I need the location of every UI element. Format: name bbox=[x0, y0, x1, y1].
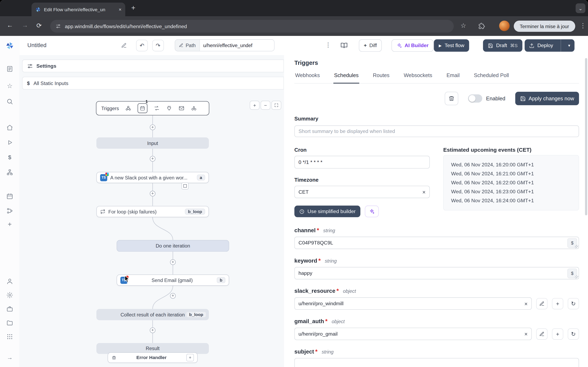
collect-node[interactable]: Collect result of each iteration b_loop bbox=[96, 309, 209, 320]
sidebar-item-home[interactable] bbox=[0, 124, 20, 131]
path-input[interactable] bbox=[200, 40, 274, 51]
browser-menu-kebab-icon[interactable]: ⋮ bbox=[580, 22, 586, 30]
windmill-logo[interactable] bbox=[0, 42, 20, 50]
ai-builder-button[interactable]: AI Builder bbox=[392, 39, 433, 52]
refresh-resource-button[interactable]: ↻ bbox=[568, 328, 579, 340]
enabled-toggle[interactable] bbox=[468, 94, 483, 103]
iteration-node[interactable]: Do one iteration bbox=[117, 240, 229, 252]
slack-resource-clear-icon[interactable]: × bbox=[524, 300, 527, 307]
keyword-input[interactable] bbox=[294, 267, 579, 280]
extensions-puzzle-icon[interactable] bbox=[479, 23, 485, 29]
insert-step-button[interactable]: + bbox=[150, 156, 156, 162]
draft-button[interactable]: Draft ⌘S bbox=[483, 39, 522, 52]
edit-resource-button[interactable] bbox=[536, 328, 548, 340]
undo-button[interactable]: ↶ bbox=[136, 40, 148, 51]
sidebar-item-folders[interactable] bbox=[0, 319, 20, 326]
summary-input[interactable] bbox=[294, 125, 579, 137]
reload-button[interactable]: ⟳ bbox=[36, 22, 42, 30]
diff-button[interactable]: + Diff bbox=[359, 39, 382, 52]
websocket-trigger-icon[interactable] bbox=[166, 105, 172, 111]
deploy-button[interactable]: Deploy bbox=[525, 43, 558, 48]
sidebar-item-account[interactable] bbox=[0, 278, 20, 285]
resize-handle[interactable] bbox=[575, 245, 579, 248]
timezone-input[interactable] bbox=[294, 186, 430, 198]
insert-step-button[interactable]: + bbox=[150, 327, 156, 333]
insert-step-button[interactable]: + bbox=[170, 293, 176, 299]
forward-button[interactable]: → bbox=[22, 22, 28, 29]
add-resource-button[interactable]: + bbox=[552, 328, 563, 340]
tab-email[interactable]: Email bbox=[446, 72, 460, 83]
cron-input[interactable] bbox=[294, 156, 430, 168]
timezone-clear-icon[interactable]: × bbox=[423, 189, 426, 195]
email-step-node[interactable]: TS Send Email (gmail) b bbox=[117, 275, 229, 286]
input-node[interactable]: Input bbox=[96, 137, 209, 149]
tab-close-icon[interactable]: × bbox=[119, 7, 121, 12]
insert-step-button[interactable]: + bbox=[150, 191, 156, 197]
tab-routes[interactable]: Routes bbox=[372, 72, 390, 83]
sidebar-item-apps-grid-icon[interactable] bbox=[0, 333, 20, 340]
address-bar[interactable]: app.windmill.dev/flows/edit/u/henri/effe… bbox=[50, 20, 454, 33]
ai-cron-button[interactable] bbox=[365, 206, 379, 217]
tab-scheduled-poll[interactable]: Scheduled Poll bbox=[473, 72, 510, 83]
test-flow-button[interactable]: ▶ Test flow bbox=[434, 39, 469, 52]
sidebar-item-settings-gear-icon[interactable] bbox=[0, 292, 20, 299]
zoom-out-button[interactable]: − bbox=[261, 101, 270, 110]
fit-view-button[interactable] bbox=[272, 101, 281, 110]
sidebar-item-resources[interactable] bbox=[0, 169, 20, 175]
apply-changes-button[interactable]: Apply changes now bbox=[515, 92, 579, 105]
sidebar-item-variables[interactable]: $ bbox=[0, 154, 20, 160]
slack-resource-input[interactable] bbox=[294, 297, 532, 310]
tab-schedules[interactable]: Schedules bbox=[333, 72, 359, 83]
new-tab-button[interactable]: + bbox=[131, 4, 135, 12]
slack-step-node[interactable]: TS A new Slack post with a given wor... … bbox=[96, 172, 209, 183]
add-resource-button[interactable]: + bbox=[552, 298, 563, 309]
sidebar-expand-arrow-icon[interactable]: → bbox=[0, 354, 20, 361]
resize-handle[interactable] bbox=[575, 275, 579, 279]
poll-trigger-icon[interactable] bbox=[191, 105, 197, 111]
sidebar-item-add[interactable]: + bbox=[0, 221, 20, 229]
forloop-node[interactable]: For loop (skip failures) b_loop bbox=[96, 206, 209, 217]
email-trigger-icon[interactable] bbox=[179, 105, 185, 111]
delete-schedule-button[interactable] bbox=[445, 92, 458, 105]
refresh-resource-button[interactable]: ↻ bbox=[568, 298, 579, 309]
insert-step-button[interactable]: + bbox=[170, 259, 176, 265]
routes-trigger-icon[interactable] bbox=[154, 105, 160, 111]
sidebar-item-runs-play[interactable] bbox=[0, 139, 20, 146]
path-segment[interactable]: Path bbox=[175, 40, 200, 51]
edit-resource-button[interactable] bbox=[536, 298, 548, 309]
subject-input[interactable] bbox=[294, 358, 579, 367]
error-handler-node[interactable]: Error Handler + bbox=[108, 352, 198, 363]
sidebar-item-search[interactable] bbox=[0, 98, 20, 105]
simplified-builder-button[interactable]: Use simplified builder bbox=[294, 206, 361, 217]
deploy-chevron-icon[interactable]: ▾ bbox=[564, 43, 574, 48]
site-controls-icon[interactable] bbox=[56, 24, 61, 29]
channel-input[interactable] bbox=[294, 237, 579, 249]
gmail-auth-clear-icon[interactable]: × bbox=[524, 331, 527, 337]
sidebar-item-workers[interactable] bbox=[0, 306, 20, 312]
tab-websockets[interactable]: Websockets bbox=[403, 72, 433, 83]
redo-button[interactable]: ↷ bbox=[152, 40, 164, 51]
more-options-kebab-icon[interactable]: ⋮ bbox=[325, 41, 331, 48]
sidebar-item-favorites[interactable]: ☆ bbox=[0, 82, 20, 90]
back-button[interactable]: ← bbox=[7, 22, 13, 29]
panel-scrollbar[interactable] bbox=[585, 58, 587, 215]
insert-step-button[interactable]: + bbox=[150, 125, 156, 130]
tab-webhooks[interactable]: Webhooks bbox=[294, 72, 320, 83]
collapse-subflow-button[interactable] bbox=[182, 182, 189, 189]
tab-search-chevron-icon[interactable]: ⌄ bbox=[576, 3, 585, 13]
sidebar-item-runs[interactable] bbox=[0, 66, 20, 72]
profile-avatar[interactable] bbox=[499, 21, 510, 31]
bookmark-star-icon[interactable]: ☆ bbox=[461, 22, 466, 30]
sidebar-item-flows[interactable] bbox=[0, 208, 20, 214]
gmail-auth-input[interactable] bbox=[294, 328, 532, 340]
flow-title[interactable]: Untitled bbox=[27, 42, 46, 48]
browser-tab[interactable]: Edit Flow u/henri/effective_un × bbox=[31, 3, 125, 17]
triggers-node[interactable]: Triggers 1 bbox=[96, 101, 209, 115]
zoom-in-button[interactable]: + bbox=[250, 101, 259, 110]
add-error-handler-button[interactable]: + bbox=[186, 354, 194, 361]
docs-book-icon[interactable] bbox=[341, 42, 348, 49]
schedule-trigger-button[interactable]: 1 bbox=[138, 103, 147, 113]
browser-update-button[interactable]: Terminer la mise à jour bbox=[514, 21, 575, 32]
sidebar-item-schedules[interactable] bbox=[0, 193, 20, 200]
webhook-trigger-icon[interactable] bbox=[125, 105, 131, 111]
